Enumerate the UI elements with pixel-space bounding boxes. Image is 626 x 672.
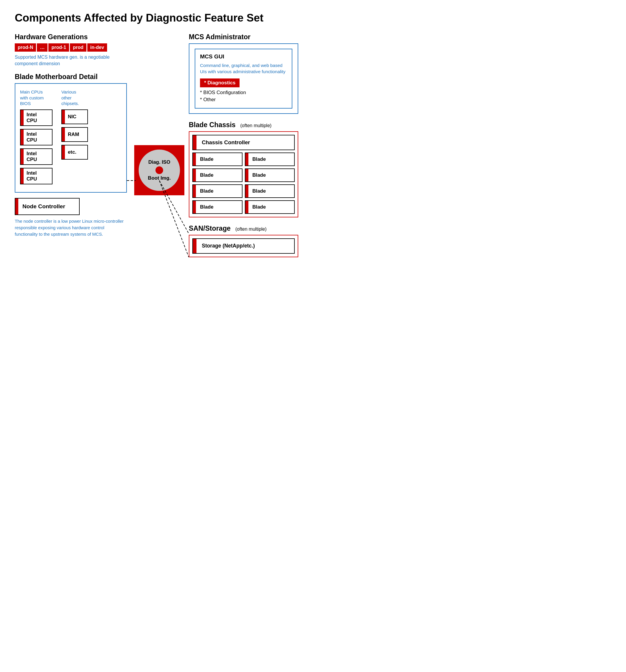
cpus-label: Main CPUs with custom BIOS <box>20 89 52 106</box>
blade-label-5: Blade <box>248 185 270 197</box>
chip-box-1: RAM <box>62 127 88 142</box>
chassis-red-bar <box>193 136 196 149</box>
chip-label-2: etc. <box>65 145 79 159</box>
node-red-bar <box>15 198 18 214</box>
left-column: Hardware Generations prod-N … prod-1 pro… <box>15 33 130 257</box>
cpu-label-0: Intel CPU <box>24 110 40 125</box>
blade-item-5: Blade <box>245 184 295 198</box>
blade-red-bar <box>245 169 248 182</box>
page-title: Components Affected by Diagnostic Featur… <box>15 12 298 24</box>
bios-config-item: * BIOS Configuration <box>200 90 287 96</box>
blade-red-bar <box>245 185 248 197</box>
cpu-red-bar <box>21 149 24 164</box>
storage-label: Storage (NetApp/etc.) <box>196 239 260 253</box>
cpu-label-1: Intel CPU <box>24 129 40 145</box>
iso-disc-outer: Diag. ISO Boot Img. <box>134 145 184 195</box>
blade-red-bar <box>193 169 196 182</box>
blade-item-1: Blade <box>245 152 295 166</box>
cpu-box-2: Intel CPU <box>20 148 52 165</box>
blade-label-0: Blade <box>196 153 218 166</box>
hw-gen-badge-2: prod-1 <box>48 43 69 52</box>
chip-label-0: NIC <box>65 110 79 124</box>
san-section: SAN/Storage (often multiple) Storage (Ne… <box>189 224 298 257</box>
iso-disc-circle: Diag. ISO Boot Img. <box>139 149 180 191</box>
blade-red-bar <box>245 201 248 213</box>
mcs-gui-desc: Command line, graphical, and web based U… <box>200 62 287 75</box>
blade-mb-title: Blade Motherboard Detail <box>15 73 127 81</box>
cpu-label-3: Intel CPU <box>24 168 40 184</box>
blade-motherboard-box: Main CPUs with custom BIOS Intel CPU Int… <box>15 83 127 193</box>
cpu-red-bar <box>21 129 24 145</box>
blade-item-2: Blade <box>192 168 242 182</box>
chip-red-bar <box>62 110 65 124</box>
blade-red-bar <box>193 185 196 197</box>
chip-red-bar <box>62 145 65 159</box>
blade-label-2: Blade <box>196 169 218 182</box>
blade-red-bar <box>245 153 248 166</box>
diagnostics-badge: * Diagnostics <box>200 78 240 87</box>
chip-box-0: NIC <box>62 110 88 124</box>
hw-gen-title: Hardware Generations <box>15 33 127 41</box>
blade-red-bar <box>193 201 196 213</box>
blade-item-6: Blade <box>192 200 242 214</box>
blade-item-3: Blade <box>245 168 295 182</box>
blade-label-6: Blade <box>196 201 218 213</box>
hw-gen-note: Supported MCS hardware gen. is a negotia… <box>15 54 127 67</box>
chip-red-bar <box>62 128 65 141</box>
cpu-red-bar <box>21 110 24 125</box>
mcs-gui-title: MCS GUI <box>200 53 287 60</box>
storage-red-bar <box>193 239 196 253</box>
cpus-section: Main CPUs with custom BIOS Intel CPU Int… <box>20 89 52 187</box>
blade-chassis-section: Blade Chassis (often multiple) Chassis C… <box>189 121 298 217</box>
chassis-controller-row: Chassis Controller <box>192 135 295 150</box>
hw-gen-badge-1: … <box>37 43 48 52</box>
mcs-admin-box: MCS GUI Command line, graphical, and web… <box>189 43 298 114</box>
san-box: Storage (NetApp/etc.) <box>189 235 298 257</box>
chip-box-2: etc. <box>62 145 88 160</box>
right-column: MCS Administrator MCS GUI Command line, … <box>189 33 298 257</box>
blade-red-bar <box>193 153 196 166</box>
blade-chassis-note: (often multiple) <box>240 123 272 128</box>
cpu-label-2: Intel CPU <box>24 149 40 164</box>
san-note: (often multiple) <box>235 226 267 232</box>
hw-gen-badge-4: in-dev <box>87 43 107 52</box>
node-desc: The node controller is a low power Linux… <box>15 218 127 238</box>
cpu-box-0: Intel CPU <box>20 110 52 126</box>
storage-item: Storage (NetApp/etc.) <box>192 238 295 254</box>
blade-item-7: Blade <box>245 200 295 214</box>
chipsets-section: Various other chipsets. NIC RAM etc. <box>62 89 88 187</box>
hw-gen-row: prod-N … prod-1 prod in-dev <box>15 43 127 52</box>
hw-gen-badge-0: prod-N <box>15 43 36 52</box>
mcs-admin-section-title: MCS Administrator <box>189 33 298 41</box>
blade-label-4: Blade <box>196 185 218 197</box>
cpu-red-bar <box>21 168 24 184</box>
chipsets-label: Various other chipsets. <box>62 89 88 106</box>
san-title: SAN/Storage <box>189 224 231 233</box>
node-controller-box: Node Controller <box>15 198 80 215</box>
node-controller-label: Node Controller <box>18 198 69 214</box>
disc-text-bottom: Boot Img. <box>148 175 170 181</box>
center-column: Diag. ISO Boot Img. <box>130 33 189 257</box>
blade-chassis-title: Blade Chassis <box>189 121 236 129</box>
disc-text-top: Diag. ISO <box>148 159 170 165</box>
chassis-controller-label: Chassis Controller <box>196 136 294 149</box>
disc-dot <box>155 166 163 174</box>
blade-label-1: Blade <box>248 153 270 166</box>
cpu-box-3: Intel CPU <box>20 168 52 184</box>
other-item: * Other <box>200 97 287 103</box>
cpu-box-1: Intel CPU <box>20 129 52 145</box>
blade-chassis-box: Chassis Controller Blade Blade Blade <box>189 131 298 217</box>
blade-label-3: Blade <box>248 169 270 182</box>
mcs-gui-inner: MCS GUI Command line, graphical, and web… <box>195 49 292 109</box>
blades-grid: Blade Blade Blade Blade <box>192 152 295 214</box>
node-controller-section: Node Controller The node controller is a… <box>15 198 127 238</box>
hw-gen-badge-3: prod <box>70 43 87 52</box>
blade-label-7: Blade <box>248 201 270 213</box>
chip-label-1: RAM <box>65 128 82 141</box>
blade-item-4: Blade <box>192 184 242 198</box>
blade-item-0: Blade <box>192 152 242 166</box>
